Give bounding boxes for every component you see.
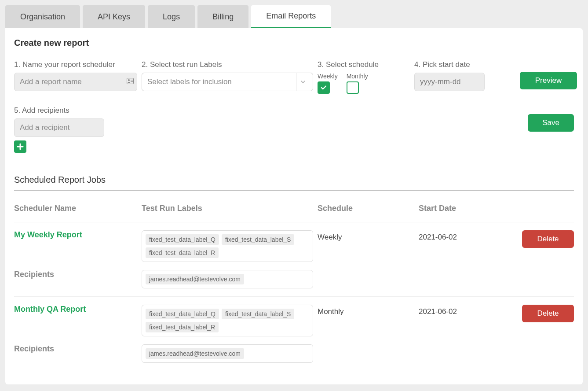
recipient-chip: james.readhead@testevolve.com	[146, 274, 244, 284]
tab-api-keys[interactable]: API Keys	[83, 5, 145, 28]
jobs-table-header: Scheduler Name Test Run Labels Schedule …	[14, 204, 574, 222]
tab-logs[interactable]: Logs	[148, 5, 195, 28]
step-label-schedule: 3. Select schedule	[318, 60, 410, 69]
label-chip: fixed_test_data_label_S	[222, 234, 294, 245]
divider	[14, 190, 574, 191]
label-chip: fixed_test_data_label_R	[146, 322, 219, 332]
delete-button[interactable]: Delete	[522, 230, 574, 248]
job-name-link[interactable]: Monthly QA Report	[14, 305, 86, 314]
step-label-recipients: 5. Add recipients	[14, 106, 137, 115]
job-row: My Weekly Reportfixed_test_data_label_Qf…	[14, 222, 574, 297]
job-start-date: 2021-06-02	[419, 305, 520, 316]
svg-rect-2	[131, 80, 133, 80]
col-schedule: Schedule	[318, 204, 419, 213]
job-recipients-label: Recipients	[14, 270, 142, 279]
job-recipients-label: Recipients	[14, 344, 142, 354]
labels-select[interactable]: Select labels for inclusion	[142, 73, 313, 91]
recipient-chip: james.readhead@testevolve.com	[146, 348, 244, 359]
weekly-checkbox[interactable]	[318, 81, 330, 94]
label-chip: fixed_test_data_label_Q	[146, 234, 219, 245]
step-label-name: 1. Name your report scheduler	[14, 60, 137, 69]
label-chip: fixed_test_data_label_S	[222, 309, 294, 319]
col-start: Start Date	[419, 204, 520, 213]
job-name-link[interactable]: My Weekly Report	[14, 230, 82, 239]
preview-button[interactable]: Preview	[520, 72, 577, 89]
job-schedule: Weekly	[318, 230, 419, 242]
weekly-label: Weekly	[318, 73, 338, 80]
label-chip: fixed_test_data_label_R	[146, 247, 219, 258]
label-chip: fixed_test_data_label_Q	[146, 309, 219, 319]
tab-email-reports[interactable]: Email Reports	[251, 5, 331, 28]
monthly-label: Monthly	[347, 73, 368, 80]
job-recipients: james.readhead@testevolve.com	[142, 270, 313, 288]
job-row: Monthly QA Reportfixed_test_data_label_Q…	[14, 297, 574, 371]
panel: Create new report 1. Name your report sc…	[5, 28, 583, 384]
job-start-date: 2021-06-02	[419, 230, 520, 242]
svg-rect-4	[128, 82, 130, 83]
tabs: Organisation API Keys Logs Billing Email…	[5, 5, 583, 28]
create-heading: Create new report	[14, 38, 574, 48]
job-labels: fixed_test_data_label_Qfixed_test_data_l…	[142, 305, 313, 336]
delete-button[interactable]: Delete	[522, 305, 574, 322]
monthly-checkbox[interactable]	[347, 81, 359, 94]
step-schedule: 3. Select schedule Weekly Monthly	[318, 60, 410, 94]
plus-icon	[17, 143, 24, 150]
add-recipient-button[interactable]	[14, 140, 26, 153]
job-schedule: Monthly	[318, 305, 419, 316]
step-start-date: 4. Pick start date	[414, 60, 515, 91]
svg-point-1	[128, 79, 130, 81]
col-labels: Test Run Labels	[142, 204, 318, 213]
labels-placeholder: Select labels for inclusion	[147, 77, 232, 86]
step-labels: 2. Select test run Labels Select labels …	[142, 60, 313, 91]
job-recipients: james.readhead@testevolve.com	[142, 344, 313, 363]
svg-rect-3	[131, 81, 133, 81]
step-name: 1. Name your report scheduler	[14, 60, 137, 91]
step-label-start: 4. Pick start date	[414, 60, 515, 69]
chevron-down-icon	[296, 73, 309, 91]
report-name-input[interactable]	[14, 73, 137, 91]
id-card-icon	[127, 78, 134, 86]
jobs-heading: Scheduled Report Jobs	[14, 175, 574, 185]
tab-organisation[interactable]: Organisation	[5, 5, 80, 28]
col-name: Scheduler Name	[14, 204, 142, 213]
job-labels: fixed_test_data_label_Qfixed_test_data_l…	[142, 230, 313, 262]
recipient-input[interactable]	[14, 118, 104, 137]
save-button[interactable]: Save	[528, 114, 574, 132]
tab-billing[interactable]: Billing	[197, 5, 248, 28]
jobs-list: My Weekly Reportfixed_test_data_label_Qf…	[14, 222, 574, 371]
step-recipients: 5. Add recipients	[14, 106, 137, 153]
start-date-input[interactable]	[414, 73, 485, 91]
step-label-labels: 2. Select test run Labels	[142, 60, 313, 69]
